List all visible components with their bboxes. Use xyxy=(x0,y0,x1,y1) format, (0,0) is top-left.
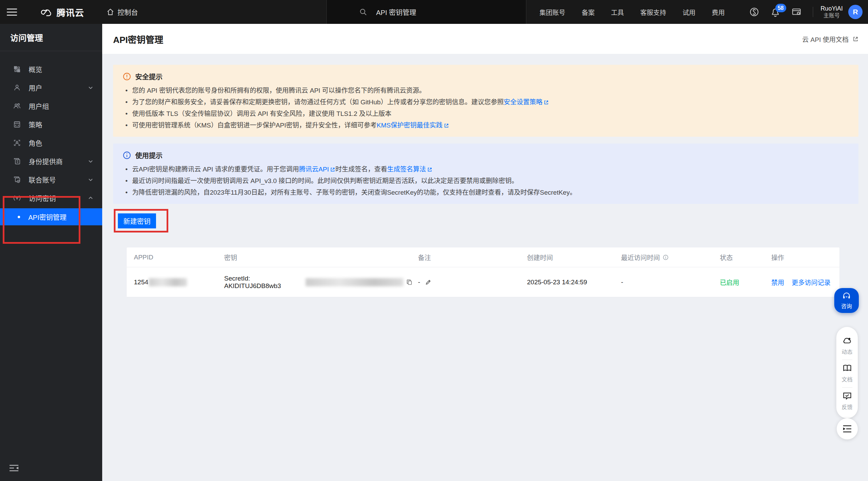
external-link-icon xyxy=(853,36,858,42)
top-menu-icp[interactable]: 备案 xyxy=(582,7,595,17)
home-icon xyxy=(107,8,114,16)
top-menu-tools[interactable]: 工具 xyxy=(611,7,624,17)
copy-icon[interactable] xyxy=(406,279,413,285)
sidebar-item-label: 联合账号 xyxy=(29,175,88,185)
active-bullet-dot xyxy=(18,216,20,218)
security-policy-link[interactable]: 安全设置策略 xyxy=(503,99,542,106)
external-link-icon xyxy=(330,167,335,172)
sidebar-item-user-groups[interactable]: 用户组 xyxy=(0,97,102,115)
feedback-bubble-icon xyxy=(842,391,852,401)
col-header-status: 状态 xyxy=(720,253,771,262)
cell-appid: 1254 xyxy=(134,278,224,286)
security-tip-item: 为了您的财产和服务安全，请妥善保存和定期更换密钥，请勿通过任何方式（如 GitH… xyxy=(125,96,849,108)
cell-note: - xyxy=(418,279,527,286)
sidebar-title: 访问管理 xyxy=(0,24,102,51)
sidebar-item-overview[interactable]: 概览 xyxy=(0,60,102,78)
user-avatar[interactable]: R xyxy=(848,5,863,19)
brand-label: 腾讯云 xyxy=(57,6,84,18)
security-tip-item: 可使用密钥管理系统（KMS）白盒密钥进一步保护API密钥，提升安全性，详细可参考… xyxy=(125,120,849,131)
info-icon xyxy=(123,151,131,160)
sidebar-item-access-keys[interactable]: 访问密钥 xyxy=(0,189,102,207)
top-menu: 集团账号 备案 工具 客服支持 试用 费用 xyxy=(540,7,725,17)
api-key-table: APPID 密钥 备注 创建时间 最近访问时间 状态 操作 1254 xyxy=(127,247,839,297)
tencent-cloud-api-link[interactable]: 腾讯云API xyxy=(299,166,329,173)
security-tips-panel: 安全提示 您的 API 密钥代表您的账号身份和所拥有的权限，使用腾讯云 API … xyxy=(113,65,858,137)
more-access-records-link[interactable]: 更多访问记录 xyxy=(792,277,831,287)
console-link[interactable]: 控制台 xyxy=(107,7,138,17)
console-settings-icon[interactable] xyxy=(790,5,803,19)
edit-pencil-icon[interactable] xyxy=(425,279,432,286)
table-row: 1254 SecretId: AKIDITUJ6DB8wb3 - xyxy=(127,267,839,297)
identity-provider-icon xyxy=(13,157,21,165)
grid-icon xyxy=(13,65,21,73)
api-doc-link[interactable]: 云 API 使用文档 xyxy=(802,34,858,44)
feed-label: 动态 xyxy=(841,347,852,356)
feedback-button[interactable]: 反馈 xyxy=(836,388,858,415)
external-link-icon xyxy=(544,100,549,105)
role-icon xyxy=(13,139,21,147)
cell-last-access: - xyxy=(621,279,720,286)
tencent-cloud-logo[interactable]: 腾讯云 xyxy=(40,6,84,18)
col-header-appid: APPID xyxy=(134,254,224,261)
usage-tip-item: 最近访问时间指最近一次使用密钥调用云 API_v3.0 接口的时间。此时间仅供判… xyxy=(125,175,849,187)
sidebar-subitem-api-key-management-active[interactable]: API密钥管理 xyxy=(0,208,102,225)
usage-tip-item: 为降低密钥泄漏的风险，自2023年11月30日起，对所有主账号、子账号的密钥，关… xyxy=(125,187,849,198)
col-header-actions: 操作 xyxy=(771,253,839,262)
sidebar-item-label: 用户 xyxy=(29,83,88,93)
headset-icon xyxy=(842,291,851,300)
sidebar-subitem-label: API密钥管理 xyxy=(28,212,66,222)
panel-toggle-button[interactable] xyxy=(837,418,858,439)
book-icon xyxy=(842,363,852,373)
kms-best-practice-link[interactable]: KMS保护密钥最佳实践 xyxy=(377,122,443,129)
hamburger-menu-icon[interactable] xyxy=(0,0,24,24)
col-header-created: 创建时间 xyxy=(527,253,621,262)
top-menu-trial[interactable]: 试用 xyxy=(683,7,696,17)
sidebar-collapse-icon[interactable] xyxy=(8,463,20,474)
create-key-button[interactable]: 新建密钥 xyxy=(118,213,156,228)
top-menu-group-account[interactable]: 集团账号 xyxy=(540,7,565,17)
table-header-row: APPID 密钥 备注 创建时间 最近访问时间 状态 操作 xyxy=(127,247,839,267)
top-navbar: 腾讯云 控制台 API 密钥管理 集团账号 备案 工具 客服支持 试用 费用 xyxy=(0,0,868,24)
sidebar-item-policies[interactable]: 策略 xyxy=(0,115,102,134)
global-search-input[interactable]: API 密钥管理 xyxy=(326,0,526,24)
sidebar-item-label: 访问密钥 xyxy=(29,193,88,203)
notifications-bell-icon[interactable]: 58 xyxy=(769,5,782,19)
consult-float-button[interactable]: 咨询 xyxy=(834,288,859,313)
usage-tip-item: 云API密钥是构建腾讯云 API 请求的重要凭证。用于您调用腾讯云API时生成签… xyxy=(125,164,849,175)
top-menu-support[interactable]: 客服支持 xyxy=(640,7,666,17)
topbar-divider xyxy=(813,7,813,17)
float-toolbar: 动态 文档 反馈 xyxy=(836,327,858,418)
sidebar-item-label: 角色 xyxy=(29,138,93,148)
col-header-note: 备注 xyxy=(418,253,527,262)
users-icon xyxy=(13,102,21,110)
security-tips-title: 安全提示 xyxy=(135,72,162,81)
sidebar-item-roles[interactable]: 角色 xyxy=(0,134,102,152)
external-link-icon xyxy=(444,123,449,128)
top-menu-billing[interactable]: 费用 xyxy=(712,7,725,17)
user-account-menu[interactable]: RuoYiAI 主账号 xyxy=(821,5,843,19)
chevron-down-icon xyxy=(88,159,93,164)
federated-account-icon xyxy=(13,176,21,184)
docs-button[interactable]: 文档 xyxy=(836,360,858,387)
usage-tips-title: 使用提示 xyxy=(135,150,162,160)
sidebar-item-identity-providers[interactable]: 身份提供商 xyxy=(0,152,102,170)
chevron-down-icon xyxy=(88,85,93,90)
cell-secret: SecretId: AKIDITUJ6DB8wb3 xyxy=(224,275,418,290)
signature-algorithm-link[interactable]: 生成签名算法 xyxy=(387,166,426,173)
sidebar: 访问管理 概览 用户 xyxy=(0,24,102,481)
search-icon xyxy=(359,8,367,16)
warning-icon xyxy=(123,72,131,81)
sidebar-item-label: 概览 xyxy=(29,64,93,74)
docs-label: 文档 xyxy=(841,375,852,383)
cell-actions: 禁用 更多访问记录 xyxy=(771,277,843,287)
sidebar-item-federated-accounts[interactable]: 联合账号 xyxy=(0,170,102,189)
info-tooltip-icon[interactable] xyxy=(663,254,669,260)
user-type: 主账号 xyxy=(821,12,843,19)
sidebar-item-users[interactable]: 用户 xyxy=(0,78,102,97)
disable-key-link[interactable]: 禁用 xyxy=(771,277,784,287)
shortcuts-icon[interactable] xyxy=(747,5,761,19)
col-header-secret: 密钥 xyxy=(224,253,418,262)
feed-button[interactable]: 动态 xyxy=(836,332,858,360)
sidebar-item-label: 策略 xyxy=(29,120,93,130)
external-link-icon xyxy=(427,167,432,172)
